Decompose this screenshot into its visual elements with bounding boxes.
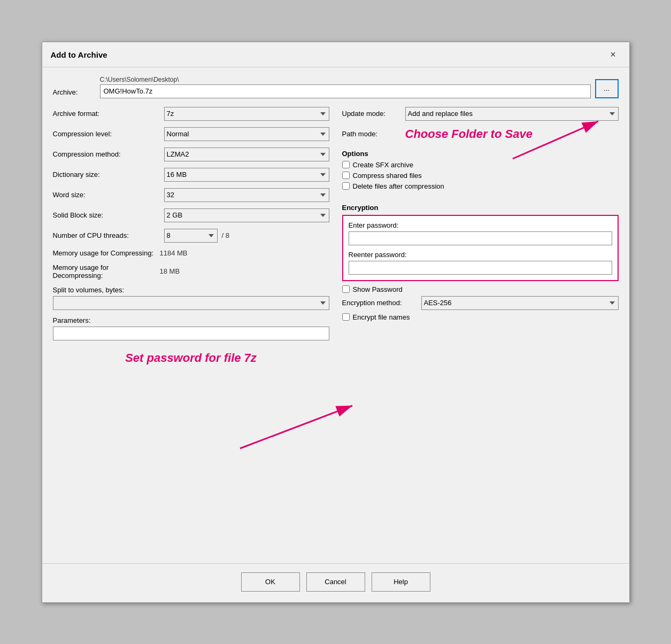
compression-method-label: Compression method:: [53, 150, 160, 158]
encrypt-names-row: Encrypt file names: [342, 313, 619, 321]
encrypt-names-label: Encrypt file names: [353, 313, 410, 321]
help-button[interactable]: Help: [372, 572, 430, 592]
archive-filename-input[interactable]: [100, 84, 591, 98]
dialog-title: Add to Archive: [51, 50, 107, 59]
archive-path-hint: C:\Users\Solomen\Desktop\: [100, 76, 591, 83]
compression-method-select[interactable]: LZMA2 LZMA PPMd: [164, 148, 329, 161]
dialog-footer: OK Cancel Help: [42, 563, 629, 602]
mem-compress-label: Memory usage for Compressing:: [53, 249, 160, 257]
title-bar: Add to Archive ×: [42, 42, 629, 67]
enter-password-input[interactable]: [349, 231, 612, 245]
reenter-password-label: Reenter password:: [349, 251, 612, 259]
solid-block-row: Solid Block size: 2 GB 1 GB 4 GB: [53, 208, 329, 222]
create-sfx-checkbox[interactable]: [342, 161, 350, 168]
encryption-title: Encryption: [342, 204, 619, 212]
path-mode-row: Path mode: Choose Folder to Save: [342, 127, 619, 141]
cancel-button[interactable]: Cancel: [306, 572, 365, 592]
encryption-method-row: Encryption method: AES-256: [342, 296, 619, 310]
archive-format-row: Archive format: 7z zip tar: [53, 107, 329, 121]
update-mode-select[interactable]: Add and replace files Update and add fil…: [405, 107, 619, 121]
show-password-label: Show Password: [353, 285, 403, 293]
update-mode-label: Update mode:: [342, 110, 401, 118]
show-password-checkbox[interactable]: [342, 285, 350, 293]
cpu-max-label: / 8: [222, 231, 229, 239]
choose-folder-annotation: Choose Folder to Save: [405, 127, 533, 141]
archive-input-row: [100, 84, 591, 98]
close-button[interactable]: ×: [606, 48, 621, 63]
cpu-threads-label: Number of CPU threads:: [53, 231, 160, 239]
mem-decompress-label: Memory usage for Decompressing:: [53, 263, 160, 280]
parameters-row: Parameters:: [53, 316, 329, 340]
solid-block-select[interactable]: 2 GB 1 GB 4 GB: [164, 208, 329, 222]
delete-after-label: Delete files after compression: [353, 182, 444, 190]
word-size-label: Word size:: [53, 191, 160, 199]
create-sfx-row: Create SFX archive: [342, 161, 619, 169]
encryption-section: Encryption Enter password: Reenter passw…: [342, 204, 619, 324]
split-volumes-select[interactable]: [53, 296, 329, 310]
cpu-threads-select[interactable]: 8 1 2 4: [164, 229, 218, 243]
dialog-body: Archive: C:\Users\Solomen\Desktop\ ... A…: [42, 67, 629, 563]
delete-after-row: Delete files after compression: [342, 182, 619, 190]
parameters-input[interactable]: [53, 327, 329, 340]
update-mode-row: Update mode: Add and replace files Updat…: [342, 107, 619, 121]
create-sfx-label: Create SFX archive: [353, 161, 413, 169]
archive-label: Archive:: [53, 88, 96, 98]
archive-format-select[interactable]: 7z zip tar: [164, 107, 329, 121]
right-panel: Update mode: Add and replace files Updat…: [342, 107, 619, 555]
cpu-threads-row: Number of CPU threads: 8 1 2 4 / 8: [53, 229, 329, 243]
archive-input-wrap: C:\Users\Solomen\Desktop\: [100, 76, 591, 98]
encryption-box: Enter password: Reenter password:: [342, 215, 619, 281]
dictionary-size-row: Dictionary size: 16 MB 8 MB 32 MB: [53, 168, 329, 182]
dictionary-size-select[interactable]: 16 MB 8 MB 32 MB: [164, 168, 329, 182]
set-password-annotation: Set password for file 7z: [53, 351, 329, 365]
mem-decompress-value: 18 MB: [160, 267, 180, 275]
mem-decompress-row: Memory usage for Decompressing: 18 MB: [53, 263, 329, 280]
compress-shared-label: Compress shared files: [353, 172, 422, 180]
archive-row: Archive: C:\Users\Solomen\Desktop\ ...: [53, 76, 619, 98]
encrypt-names-checkbox[interactable]: [342, 313, 350, 321]
show-password-row: Show Password: [342, 285, 619, 293]
options-title: Options: [342, 150, 619, 158]
split-volumes-label: Split to volumes, bytes:: [53, 286, 329, 294]
main-content: Archive format: 7z zip tar Compression l…: [53, 107, 619, 555]
compression-method-row: Compression method: LZMA2 LZMA PPMd: [53, 148, 329, 161]
compress-shared-row: Compress shared files: [342, 172, 619, 180]
encryption-method-label: Encryption method:: [342, 299, 417, 307]
parameters-label: Parameters:: [53, 316, 329, 324]
word-size-row: Word size: 32 16 64: [53, 188, 329, 202]
compress-shared-checkbox[interactable]: [342, 172, 350, 179]
reenter-password-input[interactable]: [349, 261, 612, 275]
word-size-select[interactable]: 32 16 64: [164, 188, 329, 202]
delete-after-checkbox[interactable]: [342, 182, 350, 190]
mem-compress-row: Memory usage for Compressing: 1184 MB: [53, 249, 329, 257]
enter-password-label: Enter password:: [349, 221, 612, 229]
path-mode-label: Path mode:: [342, 130, 401, 138]
compression-level-row: Compression level: Normal Store Fastest …: [53, 127, 329, 141]
solid-block-label: Solid Block size:: [53, 211, 160, 219]
split-volumes-row: Split to volumes, bytes:: [53, 286, 329, 310]
compression-level-label: Compression level:: [53, 130, 160, 138]
archive-format-label: Archive format:: [53, 110, 160, 118]
ok-button[interactable]: OK: [241, 572, 300, 592]
compression-level-select[interactable]: Normal Store Fastest Fast Maximum Ultra: [164, 127, 329, 141]
add-to-archive-dialog: Add to Archive × Archive: C:\Users\Solom…: [42, 42, 630, 603]
dictionary-size-label: Dictionary size:: [53, 170, 160, 179]
left-panel: Archive format: 7z zip tar Compression l…: [53, 107, 329, 555]
options-section: Options Create SFX archive Compress shar…: [342, 150, 619, 193]
browse-button[interactable]: ...: [595, 79, 619, 98]
mem-compress-value: 1184 MB: [160, 249, 188, 257]
encryption-method-select[interactable]: AES-256: [421, 296, 619, 310]
